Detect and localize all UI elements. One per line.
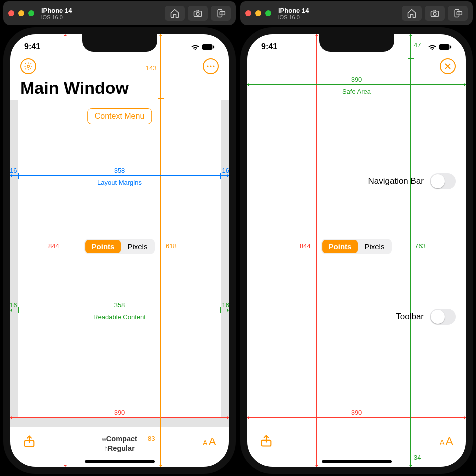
size-class-label: wCompact hRegular	[102, 434, 137, 453]
layout-margin-band-bottom	[10, 417, 229, 427]
ruler-full-height: 844	[65, 34, 65, 467]
share-icon[interactable]	[22, 434, 36, 448]
status-time: 9:41	[24, 42, 40, 51]
text-size-icon[interactable]: AA	[203, 434, 217, 448]
segment-pixels[interactable]: Pixels	[358, 240, 391, 253]
simulator-window-safearea: iPhone 14 iOS 16.0 9:41	[240, 1, 473, 474]
simulator-title: iPhone 14 iOS 16.0	[41, 7, 72, 20]
window-traffic-lights	[245, 10, 271, 16]
svg-point-14	[433, 12, 436, 15]
svg-rect-18	[450, 46, 451, 49]
ruler-content-height: 143 618 83	[160, 34, 161, 467]
simulator-home-button[interactable]	[165, 6, 185, 21]
window-close-icon[interactable]	[245, 10, 251, 16]
device-notch	[82, 34, 157, 52]
navigation-bar-label: Navigation Bar	[368, 176, 424, 186]
ruler-safe-area-width: 390 Safe Area	[247, 84, 466, 85]
svg-text:A: A	[203, 439, 208, 447]
home-indicator[interactable]	[322, 460, 392, 463]
home-indicator[interactable]	[85, 460, 155, 463]
simulator-rotate-button[interactable]	[211, 6, 231, 21]
svg-point-1	[196, 12, 199, 15]
ruler-layout-margins: 16 16 358 Layout Margins	[10, 175, 229, 176]
svg-rect-0	[194, 11, 202, 17]
svg-rect-13	[431, 11, 439, 17]
svg-point-7	[207, 66, 209, 67]
settings-gear-button[interactable]	[20, 58, 36, 74]
iphone-frame: 9:41 844 390 390 Safe Area	[240, 27, 473, 474]
ruler-full-height: 844	[316, 34, 317, 467]
svg-point-9	[213, 66, 215, 67]
window-zoom-icon[interactable]	[28, 10, 34, 16]
wifi-icon	[191, 44, 200, 51]
ruler-full-width: 390	[247, 417, 466, 418]
svg-rect-16	[457, 12, 462, 15]
context-menu-button[interactable]: Context Menu	[87, 108, 152, 124]
battery-icon	[202, 44, 215, 50]
simulator-titlebar: iPhone 14 iOS 16.0	[240, 1, 473, 25]
simulator-home-button[interactable]	[402, 6, 422, 21]
simulator-window-main: iPhone 14 iOS 16.0 9:41	[3, 1, 236, 474]
simulator-screenshot-button[interactable]	[188, 6, 208, 21]
svg-rect-5	[213, 46, 214, 49]
ruler-full-width: 390	[10, 417, 229, 418]
svg-point-8	[210, 66, 212, 67]
navigation-bar-switch[interactable]	[430, 173, 456, 189]
ruler-safe-area-height: 47 763 34	[410, 34, 411, 467]
svg-rect-4	[202, 44, 212, 50]
simulator-titlebar: iPhone 14 iOS 16.0	[3, 1, 236, 25]
toolbar-toggle-row: Toolbar	[247, 309, 456, 325]
window-close-icon[interactable]	[8, 10, 14, 16]
simulator-screenshot-button[interactable]	[425, 6, 445, 21]
segment-pixels[interactable]: Pixels	[121, 240, 154, 253]
iphone-frame: 9:41 Main Window Context Menu	[3, 27, 236, 474]
simulator-title: iPhone 14 iOS 16.0	[278, 7, 309, 20]
unit-segmented-control[interactable]: Points Pixels	[84, 239, 155, 254]
layout-margin-band-right	[221, 100, 229, 427]
close-x-button[interactable]	[440, 58, 456, 74]
page-title: Main Window	[20, 78, 129, 98]
svg-text:A: A	[446, 435, 453, 447]
svg-rect-3	[220, 12, 225, 15]
segment-points[interactable]: Points	[85, 240, 121, 253]
unit-segmented-control[interactable]: Points Pixels	[321, 239, 392, 254]
status-time: 9:41	[261, 42, 277, 51]
more-ellipsis-button[interactable]	[203, 58, 219, 74]
svg-point-6	[27, 65, 30, 68]
layout-margin-band-left	[10, 100, 18, 427]
wifi-icon	[428, 44, 437, 51]
svg-text:A: A	[440, 438, 445, 446]
window-minimize-icon[interactable]	[255, 10, 261, 16]
svg-text:A: A	[209, 435, 216, 448]
svg-rect-17	[439, 44, 449, 50]
share-icon[interactable]	[259, 434, 273, 448]
window-zoom-icon[interactable]	[265, 10, 271, 16]
ruler-readable-content: 16 16 358 Readable Content	[10, 310, 229, 310]
toolbar-label: Toolbar	[396, 312, 424, 322]
window-minimize-icon[interactable]	[18, 10, 24, 16]
text-size-icon[interactable]: AA	[440, 434, 454, 448]
toolbar-switch[interactable]	[430, 309, 456, 325]
window-traffic-lights	[8, 10, 34, 16]
segment-points[interactable]: Points	[322, 240, 358, 253]
simulator-rotate-button[interactable]	[448, 6, 468, 21]
device-notch	[319, 34, 394, 52]
navigation-bar-toggle-row: Navigation Bar	[247, 173, 456, 189]
battery-icon	[439, 44, 452, 50]
